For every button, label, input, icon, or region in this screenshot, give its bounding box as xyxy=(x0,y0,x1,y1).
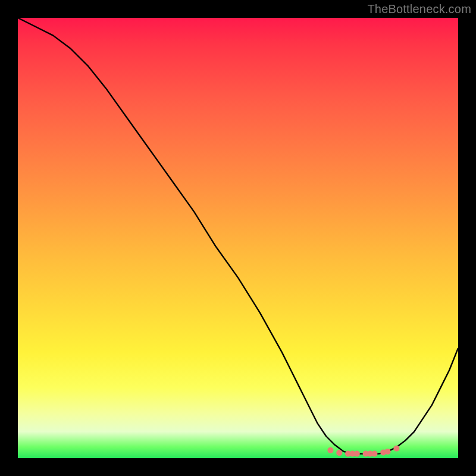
valley-marker xyxy=(354,451,360,457)
watermark-text: TheBottleneck.com xyxy=(367,2,471,16)
valley-marker xyxy=(393,446,399,452)
valley-marker xyxy=(385,449,391,455)
bottleneck-curve xyxy=(18,18,458,454)
valley-marker xyxy=(371,451,377,457)
chart-frame: TheBottleneck.com xyxy=(0,0,476,476)
chart-svg xyxy=(18,18,458,458)
valley-marker xyxy=(336,450,342,456)
valley-marker xyxy=(327,447,333,453)
plot-area xyxy=(18,18,458,458)
